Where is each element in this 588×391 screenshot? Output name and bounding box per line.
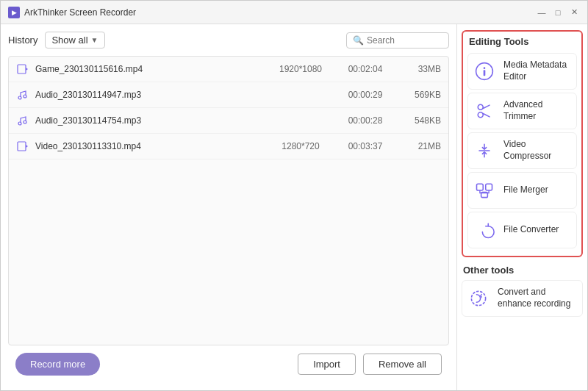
tool-label: Video Compressor <box>503 139 572 162</box>
tool-advanced-trimmer[interactable]: Advanced Trimmer <box>467 93 577 129</box>
app-title: ArkThinker Screen Recorder <box>24 7 536 18</box>
file-resolution: 1280*720 <box>268 141 334 151</box>
file-size: 33MB <box>397 64 441 74</box>
tool-label: Advanced Trimmer <box>503 99 572 122</box>
merge-icon <box>473 179 496 202</box>
svg-rect-0 <box>18 65 26 73</box>
tool-label: File Converter <box>503 224 559 236</box>
minimize-button[interactable]: — <box>536 7 548 18</box>
svg-point-9 <box>478 112 483 118</box>
svg-rect-13 <box>486 184 492 190</box>
file-name: Game_230130115616.mp4 <box>35 64 262 74</box>
main-window: ▶ ArkThinker Screen Recorder — □ ✕ Histo… <box>0 0 588 391</box>
compress-icon <box>473 139 496 162</box>
tool-label: Convert and enhance recording <box>498 287 578 309</box>
file-duration: 00:03:37 <box>340 141 391 151</box>
tool-video-compressor[interactable]: Video Compressor <box>467 132 577 169</box>
other-tools-title: Other tools <box>462 265 583 276</box>
file-duration: 00:02:04 <box>340 64 391 74</box>
svg-rect-12 <box>477 184 484 190</box>
table-row[interactable]: Game_230130115616.mp4 1920*1080 00:02:04… <box>9 57 448 82</box>
record-more-button[interactable]: Record more <box>15 353 100 376</box>
file-size: 548KB <box>397 115 441 126</box>
search-box[interactable]: 🔍 <box>346 32 449 49</box>
svg-point-15 <box>471 291 485 305</box>
file-resolution: 1920*1080 <box>268 64 334 74</box>
video-icon <box>16 140 29 153</box>
bottom-bar: Record more Import Remove all <box>8 345 449 383</box>
tool-file-merger[interactable]: File Merger <box>467 172 577 209</box>
close-button[interactable]: ✕ <box>568 7 580 18</box>
search-icon: 🔍 <box>353 35 364 46</box>
toolbar: History Show all ▼ 🔍 <box>8 32 449 49</box>
table-row[interactable]: Audio_230130114947.mp3 00:00:29 569KB <box>9 82 448 108</box>
table-row[interactable]: Audio_230130114754.mp3 00:00:28 548KB <box>9 108 448 134</box>
history-label: History <box>8 35 37 46</box>
svg-rect-5 <box>18 142 26 151</box>
left-panel: History Show all ▼ 🔍 <box>1 24 456 390</box>
info-icon <box>473 60 496 83</box>
maximize-button[interactable]: □ <box>552 7 564 18</box>
window-controls: — □ ✕ <box>536 7 580 18</box>
remove-all-button[interactable]: Remove all <box>363 354 442 375</box>
svg-point-7 <box>484 67 486 69</box>
table-row[interactable]: Video_230130113310.mp4 1280*720 00:03:37… <box>9 134 448 159</box>
right-panel: Editing Tools Media Metadata Editor <box>456 24 587 390</box>
show-all-dropdown[interactable]: Show all ▼ <box>45 32 104 49</box>
svg-point-3 <box>18 122 21 125</box>
file-duration: 00:00:28 <box>340 115 391 126</box>
show-all-label: Show all <box>51 35 87 46</box>
editing-tools-title: Editing Tools <box>467 36 577 47</box>
svg-point-10 <box>478 104 483 110</box>
enhance-icon <box>467 287 490 310</box>
tool-file-converter[interactable]: File Converter <box>467 212 577 248</box>
titlebar: ▶ ArkThinker Screen Recorder — □ ✕ <box>1 1 587 24</box>
other-tools-section: Other tools Convert and enhance recordin… <box>462 262 583 323</box>
tool-media-metadata[interactable]: Media Metadata Editor <box>467 53 577 90</box>
convert-icon <box>473 218 496 242</box>
file-duration: 00:00:29 <box>340 90 391 100</box>
tool-label: File Merger <box>503 184 548 196</box>
audio-icon <box>16 88 29 101</box>
file-name: Video_230130113310.mp4 <box>35 141 262 151</box>
audio-icon <box>16 114 29 127</box>
tool-convert-enhance[interactable]: Convert and enhance recording <box>462 280 583 317</box>
tool-label: Media Metadata Editor <box>503 60 572 82</box>
file-name: Audio_230130114754.mp3 <box>35 115 262 126</box>
svg-rect-8 <box>484 70 486 76</box>
file-name: Audio_230130114947.mp3 <box>35 90 262 100</box>
file-size: 569KB <box>397 90 441 100</box>
app-icon: ▶ <box>8 7 20 18</box>
main-content: History Show all ▼ 🔍 <box>1 24 587 390</box>
svg-point-4 <box>24 121 26 123</box>
chevron-down-icon: ▼ <box>91 36 98 44</box>
search-input[interactable] <box>367 35 442 46</box>
file-list: Game_230130115616.mp4 1920*1080 00:02:04… <box>8 56 449 345</box>
file-size: 21MB <box>397 141 441 151</box>
import-button[interactable]: Import <box>298 354 356 375</box>
svg-point-1 <box>18 96 21 99</box>
video-icon <box>16 62 29 76</box>
svg-point-2 <box>24 95 26 98</box>
scissors-icon <box>473 99 496 123</box>
editing-tools-section: Editing Tools Media Metadata Editor <box>462 30 583 257</box>
